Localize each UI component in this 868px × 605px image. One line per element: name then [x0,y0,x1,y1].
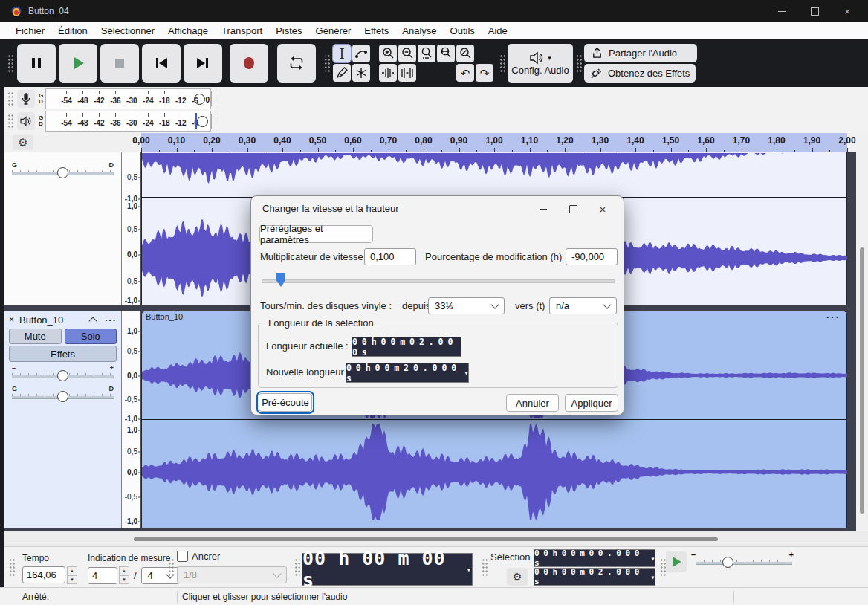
toolbar-grip[interactable] [167,557,174,577]
current-length-field[interactable]: 0 0 h 0 0 m 0 2 . 0 0 0 s [352,337,461,357]
envelope-tool[interactable] [352,45,370,62]
skip-to-end-button[interactable] [184,44,222,82]
cancel-button[interactable]: Annuler [506,394,559,412]
track1-pan-slider[interactable]: G D [10,161,115,181]
record-meter-mic-button[interactable] [17,90,35,108]
tempo-down-button[interactable]: ▼ [67,575,77,584]
stop-button[interactable] [100,44,139,82]
multi-tool[interactable] [352,64,370,82]
menu-pistes[interactable]: Pistes [269,24,308,38]
loop-button[interactable] [277,44,316,82]
redo-button[interactable]: ↷ [476,64,493,82]
playback-meter-speaker-button[interactable] [17,112,35,130]
tempo-up-button[interactable]: ▲ [67,566,77,575]
menu-analyse[interactable]: Analyse [395,24,443,38]
percent-change-slider-thumb[interactable] [276,273,285,287]
undo-button[interactable]: ↶ [456,64,474,82]
toolbar-grip[interactable] [323,54,330,73]
toolbar-grip[interactable] [7,54,13,73]
track2-menu-button[interactable]: ··· [105,314,117,326]
zoom-toggle-button[interactable] [456,45,474,62]
snap-toggle[interactable]: Ancrer [177,551,220,562]
timesig-down-button[interactable]: ▼ [119,575,129,584]
new-length-caret[interactable]: ▾ [464,369,468,377]
timesig-up-button[interactable]: ▲ [119,566,129,575]
maximize-button[interactable] [798,0,831,22]
vertical-scrollbar[interactable] [856,152,868,531]
selection-end-field[interactable]: 0 0 h 0 0 m 0 2 . 0 0 0 s ▾ [534,568,655,586]
menu-selectionner[interactable]: Sélectionner [94,24,161,38]
share-audio-button[interactable]: Partager l'Audio [584,44,697,62]
selection-start-field[interactable]: 0 0 h 0 0 m 0 0 . 0 0 0 s ▾ [534,549,655,567]
presets-parameters-button[interactable]: Préréglages et paramètres [259,225,373,243]
toolbar-grip[interactable] [294,557,300,577]
menu-aide[interactable]: Aide [482,24,514,38]
timeline-options-button[interactable]: ⚙ [13,135,33,150]
track2-solo-button[interactable]: Solo [65,329,117,344]
vertical-scrollbar-thumb[interactable] [860,248,864,514]
playback-meter[interactable]: GD -54-48-42-36-30-24-18-12-6 [4,110,221,132]
track2-name[interactable]: Button_10 [19,314,90,326]
percent-change-input[interactable]: -90,000 [566,248,618,265]
menu-fichier[interactable]: Fichier [9,24,51,38]
track2-collapse-button[interactable] [88,317,97,325]
track1-vertical-ruler[interactable]: -0,5-1,01,00,50,0-0,5-1,0 [122,152,141,305]
zoom-in-button[interactable] [379,45,397,62]
track2-gain-slider[interactable]: – + [10,364,115,384]
tempo-value[interactable]: 164,06 [22,566,65,583]
horizontal-scrollbar[interactable] [4,531,868,546]
close-button[interactable]: × [831,0,864,22]
toolbar-grip[interactable] [7,91,13,107]
snap-checkbox[interactable] [177,551,188,562]
time-display[interactable]: 00 h 00 m 00 s ▾ [302,553,473,586]
pause-button[interactable] [17,44,56,82]
toolbar-grip[interactable] [7,113,13,129]
record-button[interactable] [230,44,268,82]
silence-audio-button[interactable] [398,64,416,82]
trim-audio-button[interactable] [379,64,397,82]
timeline-ruler[interactable]: ⚙ 0,000,100,200,300,400,500,600,700,800,… [4,133,868,153]
draw-tool[interactable] [333,64,351,82]
zoom-selection-button[interactable] [418,45,435,62]
track2-clip-menu-button[interactable]: ··· [826,311,841,323]
apply-button[interactable]: Appliquer [565,394,618,412]
get-effects-button[interactable]: Obtenez des Effets [584,64,696,82]
snap-interval-combo[interactable]: 1/8 [177,566,287,583]
track2-control-panel[interactable]: × Button_10 ··· Mute Solo Effets – + G D [4,311,122,528]
toolbar-grip[interactable] [499,54,505,73]
selection-tool[interactable] [333,45,351,62]
preview-button[interactable]: Pré-écoute [259,393,312,412]
dialog-title-bar[interactable]: Changer la vitesse et la hauteur × [251,196,624,221]
track2-close-button[interactable]: × [9,314,14,325]
selection-start-caret[interactable]: ▾ [650,554,655,563]
tempo-spinner[interactable]: 164,06 ▲▼ [22,566,77,584]
menu-edition[interactable]: Édition [51,24,94,38]
track2-pan-slider[interactable]: G D [10,385,115,404]
vinyl-to-combo[interactable]: n/a [549,297,617,314]
track2-effects-button[interactable]: Effets [9,346,117,362]
skip-to-start-button[interactable] [142,44,181,82]
time-display-caret[interactable]: ▾ [466,565,472,575]
play-at-speed-button[interactable] [666,551,687,572]
audio-setup-button[interactable]: ▾ Config. Audio [508,44,573,82]
speed-multiplier-input[interactable]: 0,100 [364,248,416,265]
percent-change-slider[interactable] [262,279,615,283]
track2-vertical-ruler[interactable]: 1,00,50,0-0,5-1,01,00,50,0-0,5-1,0 [122,311,141,528]
menu-transport[interactable]: Transport [215,24,269,38]
dialog-minimize-button[interactable] [528,198,558,220]
selection-end-caret[interactable]: ▾ [650,573,655,581]
play-speed-slider[interactable]: – + [694,550,794,572]
selection-options-button[interactable]: ⚙ [507,568,528,586]
dialog-close-button[interactable]: × [588,198,618,220]
dialog-maximize-button[interactable] [558,198,588,220]
toolbar-grip[interactable] [659,557,666,577]
zoom-fit-button[interactable] [437,45,455,62]
track2-clip-name[interactable]: Button_10 [146,312,183,321]
toolbar-grip[interactable] [8,557,15,577]
menu-affichage[interactable]: Affichage [161,24,215,38]
menu-outils[interactable]: Outils [444,24,482,38]
track2-mute-button[interactable]: Mute [9,329,62,344]
horizontal-scrollbar-thumb[interactable] [134,537,718,541]
timesig-upper-value[interactable]: 4 [88,567,117,584]
play-button[interactable] [59,44,97,82]
